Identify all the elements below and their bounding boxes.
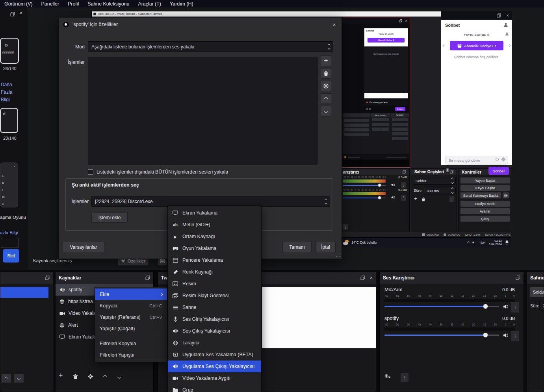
- volume-slider-handle[interactable]: [483, 333, 488, 338]
- link-line[interactable]: Bilgi: [1, 96, 12, 104]
- mode-select[interactable]: Aşağıdaki listede bulunan işlemlerden se…: [88, 41, 333, 52]
- virtual-camera-settings-button[interactable]: [502, 192, 509, 199]
- people-icon[interactable]: [503, 22, 508, 27]
- close-icon[interactable]: ×: [13, 165, 15, 168]
- close-icon[interactable]: ×: [332, 21, 336, 28]
- start-streaming-button[interactable]: Yayını Başlat: [460, 177, 510, 184]
- done-button[interactable]: Bitti: [3, 249, 19, 263]
- right-transitions-header[interactable]: Sahne: [527, 272, 544, 284]
- submenu-item-audio-output[interactable]: Ses Çıkış Yakalayıcısı: [168, 325, 261, 337]
- popout-icon[interactable]: [10, 12, 15, 17]
- chat-settings-gear-icon[interactable]: [445, 168, 450, 172]
- remove-button[interactable]: [321, 68, 331, 79]
- notification-bell-icon[interactable]: [505, 240, 509, 245]
- chat-titlebar[interactable]: ×: [441, 11, 512, 20]
- popout-icon[interactable]: [403, 170, 406, 174]
- submenu-item-scene[interactable]: Sahne: [168, 301, 261, 313]
- context-item-copy-filters[interactable]: Filtreleri Kopyala: [95, 338, 167, 349]
- thumbnail-card[interactable]: d: [0, 108, 18, 133]
- spinner-icon[interactable]: [328, 44, 330, 49]
- thumbnail-card[interactable]: to nnnnnn: [0, 38, 19, 64]
- weather-text[interactable]: 14°C Çok bulutlu: [351, 240, 377, 244]
- menubar-item[interactable]: Görünüm (V): [0, 1, 37, 7]
- menubar-item[interactable]: Profil: [63, 1, 83, 7]
- submenu-item-media[interactable]: ▶ Ortam Kaynağı: [168, 231, 261, 242]
- kebab-menu-icon[interactable]: ⋮: [449, 196, 455, 202]
- tray-speaker-icon[interactable]: [472, 241, 476, 244]
- add-source-icon[interactable]: +: [59, 372, 63, 380]
- volume-slider-handle[interactable]: [378, 196, 381, 200]
- active-process-select[interactable]: [22824, 25928] Discord.exe: [91, 196, 330, 207]
- clock[interactable]: 03:53 6.04.2024: [489, 239, 502, 246]
- add-process-button[interactable]: İşlemi ekle: [91, 212, 128, 223]
- language-indicator[interactable]: TUR: [479, 241, 485, 244]
- link-line[interactable]: Daha: [1, 81, 12, 89]
- scenes-dock-header[interactable]: [0, 272, 53, 284]
- transition-select[interactable]: Soldur: [413, 177, 456, 185]
- context-item-copy[interactable]: Kopyala Ctrl+C: [95, 300, 167, 311]
- transition-select[interactable]: Soldur: [529, 287, 544, 297]
- kebab-menu-icon[interactable]: ⋮: [511, 302, 520, 313]
- speaker-icon[interactable]: [503, 333, 509, 338]
- context-item-paste-ref[interactable]: Yapıştır (Referans) Ctrl+V: [95, 311, 167, 323]
- kebab-menu-icon[interactable]: ⋮: [401, 182, 406, 189]
- close-icon[interactable]: ×: [507, 13, 509, 18]
- carousel-left-icon[interactable]: [443, 44, 446, 47]
- gear-icon[interactable]: [88, 374, 93, 379]
- exit-button[interactable]: Çıkış: [460, 215, 510, 222]
- selected-scene-row[interactable]: [0, 287, 48, 298]
- more-info-link[interactable]: DahaFazlaBilgi: [1, 81, 12, 104]
- popout-icon[interactable]: [450, 170, 453, 174]
- move-up-icon[interactable]: [104, 375, 106, 378]
- submenu-item-video-device[interactable]: Video Yakalama Aygıtı: [168, 372, 261, 384]
- chat-send-button[interactable]: Sohbet: [488, 167, 509, 175]
- emote-icon[interactable]: [496, 158, 499, 161]
- kebab-menu-icon[interactable]: ⋮: [400, 373, 409, 382]
- submenu-item-slideshow[interactable]: Resim Slayt Gösterisi: [168, 290, 261, 301]
- kebab-menu-icon[interactable]: ⋮: [401, 194, 406, 201]
- link-line[interactable]: Fazla: [1, 89, 12, 96]
- settings-button[interactable]: Ayarlar: [460, 208, 510, 214]
- spinner-icon[interactable]: [451, 188, 453, 193]
- defaults-button[interactable]: Varsayılanlar: [63, 242, 104, 252]
- submenu-item-group[interactable]: Grup: [168, 384, 261, 392]
- start-virtual-camera-button[interactable]: Sanal Kamerayı Başlat: [460, 192, 501, 199]
- menubar-item[interactable]: Yardım (H): [165, 1, 198, 7]
- submenu-item-color-source[interactable]: Renk Kaynağı: [168, 266, 261, 278]
- submenu-item-game-capture[interactable]: Oyun Yakalama: [168, 242, 261, 254]
- add-icon[interactable]: +: [414, 196, 417, 202]
- studio-mode-button[interactable]: Stüdyo Modu: [460, 200, 510, 207]
- context-item-paste-filters[interactable]: Filtreleri Yapıştır: [95, 349, 167, 361]
- speaker-icon[interactable]: [503, 304, 509, 309]
- trash-icon[interactable]: [421, 197, 425, 202]
- close-icon[interactable]: ×: [20, 10, 22, 16]
- chat-message-input[interactable]: [445, 156, 508, 165]
- move-up-button[interactable]: [1, 374, 11, 383]
- kebab-menu-icon[interactable]: ⋮: [342, 224, 349, 230]
- submenu-item-screen-capture[interactable]: Ekran Yakalama: [168, 207, 261, 219]
- spinner-icon[interactable]: [325, 199, 327, 204]
- tray-expand-icon[interactable]: [467, 241, 470, 244]
- menubar-item[interactable]: Sahne Koleksiyonu: [83, 1, 134, 7]
- context-item-paste-dup[interactable]: Yapıştır (Çoğalt): [95, 323, 167, 334]
- popout-icon[interactable]: [516, 276, 520, 280]
- notification-card[interactable]: × l...BiInn: [0, 163, 18, 207]
- kebab-menu-icon[interactable]: ⋮: [511, 331, 520, 342]
- advanced-audio-icon[interactable]: [384, 374, 391, 379]
- speaker-icon[interactable]: [391, 196, 395, 199]
- volume-slider-handle[interactable]: [483, 304, 488, 309]
- popout-icon[interactable]: [45, 276, 50, 280]
- move-up-button[interactable]: [321, 93, 331, 104]
- add-button[interactable]: +: [321, 55, 331, 66]
- process-list[interactable]: [88, 57, 317, 165]
- submenu-item-image[interactable]: Resim: [168, 278, 261, 290]
- more-info-link[interactable]: azla Bilgi: [0, 230, 18, 235]
- duration-spinbox[interactable]: 300 ms: [424, 187, 456, 194]
- submenu-item-browser[interactable]: Tarayıcı: [168, 337, 261, 349]
- duration-spinbox[interactable]: 30: [539, 301, 544, 311]
- context-item-add[interactable]: Ekle: [95, 288, 167, 300]
- submenu-item-audio-input[interactable]: Ses Giriş Yakalayıcısı: [168, 313, 261, 325]
- submenu-item-text[interactable]: ab Metin (GDI+): [168, 219, 261, 231]
- move-down-button[interactable]: [321, 106, 331, 116]
- resize-grip[interactable]: [336, 253, 340, 257]
